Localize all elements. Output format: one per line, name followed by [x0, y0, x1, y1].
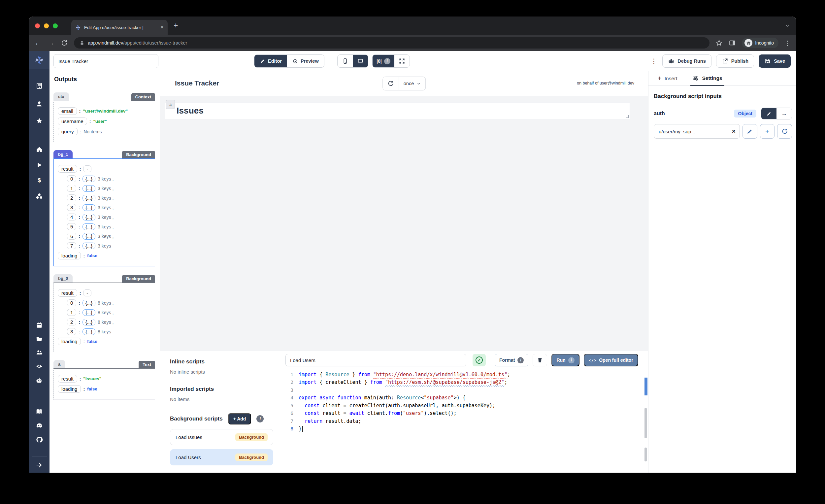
- json-key-pill[interactable]: loading: [58, 252, 81, 260]
- hide-schema-button[interactable]: |0| i: [373, 55, 394, 67]
- output-card-tab[interactable]: a: [54, 360, 65, 368]
- reload-button[interactable]: [61, 39, 68, 47]
- sidebar-item-folder-icon[interactable]: [35, 335, 43, 343]
- tab-search-chevron-icon[interactable]: [785, 23, 790, 28]
- publish-button[interactable]: Publish: [716, 55, 754, 68]
- scrollbar-thumb[interactable]: [645, 447, 647, 461]
- json-key-pill[interactable]: username: [58, 118, 87, 125]
- forward-button[interactable]: →: [48, 39, 55, 47]
- debug-runs-button[interactable]: Debug Runs: [662, 55, 711, 68]
- collapse-toggle[interactable]: -: [83, 165, 91, 172]
- json-object-pill[interactable]: {...}: [82, 204, 95, 211]
- json-object-pill[interactable]: {...}: [82, 195, 95, 201]
- code-line[interactable]: 2import { createClient } from "https://e…: [282, 378, 648, 386]
- code-area[interactable]: 1import { Resource } from "https://deno.…: [282, 369, 648, 473]
- side-panel-icon[interactable]: [729, 39, 736, 47]
- code-line[interactable]: 3: [282, 386, 648, 394]
- tab-close-icon[interactable]: ×: [160, 24, 164, 31]
- json-index-pill[interactable]: 1: [67, 185, 76, 192]
- sidebar-item-users-gear-icon[interactable]: [35, 349, 43, 356]
- background-script-item[interactable]: Load UsersBackground: [170, 449, 273, 465]
- json-object-pill[interactable]: {...}: [82, 329, 95, 335]
- run-mode-dropdown[interactable]: once: [399, 77, 425, 90]
- refresh-app-button[interactable]: [383, 77, 399, 90]
- text-component[interactable]: Issues: [165, 103, 630, 119]
- json-object-pill[interactable]: {...}: [82, 242, 95, 249]
- fullscreen-button[interactable]: [394, 55, 409, 67]
- json-object-pill[interactable]: {...}: [82, 300, 95, 306]
- json-object-pill[interactable]: {...}: [82, 319, 95, 326]
- json-object-pill[interactable]: {...}: [82, 309, 95, 316]
- tab-settings[interactable]: Settings: [690, 71, 724, 86]
- resize-handle[interactable]: [626, 115, 629, 118]
- app-canvas[interactable]: a Issues: [160, 96, 648, 351]
- tab-preview[interactable]: Preview: [287, 55, 324, 67]
- json-key-pill[interactable]: loading: [58, 385, 81, 393]
- code-line[interactable]: 6 const result = await client.from("user…: [282, 410, 648, 418]
- output-card-tab[interactable]: bg_0: [54, 274, 73, 283]
- delete-script-button[interactable]: [533, 354, 547, 366]
- run-button[interactable]: Run i: [551, 354, 579, 366]
- json-index-pill[interactable]: 0: [67, 175, 76, 182]
- zoom-window-button[interactable]: [53, 23, 58, 28]
- sidebar-item-play-icon[interactable]: [35, 161, 43, 169]
- app-name-input[interactable]: [54, 54, 158, 68]
- minimize-window-button[interactable]: [44, 23, 49, 28]
- collapse-toggle[interactable]: -: [83, 289, 91, 296]
- clear-icon[interactable]: ×: [732, 128, 736, 135]
- json-index-pill[interactable]: 0: [67, 299, 76, 306]
- sidebar-item-home-icon[interactable]: [35, 146, 43, 153]
- json-key-pill[interactable]: result: [58, 165, 77, 172]
- json-index-pill[interactable]: 7: [67, 242, 76, 249]
- refresh-resource-button[interactable]: [777, 124, 792, 139]
- json-index-pill[interactable]: 2: [67, 195, 76, 201]
- json-key-pill[interactable]: result: [58, 375, 77, 382]
- output-card-tab[interactable]: ctx: [54, 92, 69, 101]
- json-key-pill[interactable]: query: [58, 128, 78, 135]
- background-script-item[interactable]: Load IssuesBackground: [170, 429, 273, 445]
- sidebar-item-cubes-icon[interactable]: [35, 193, 43, 200]
- add-resource-button[interactable]: +: [760, 124, 775, 139]
- json-object-pill[interactable]: {...}: [82, 185, 95, 192]
- sidebar-item-dollar-icon[interactable]: $: [35, 176, 43, 184]
- json-object-pill[interactable]: {...}: [82, 223, 95, 230]
- close-window-button[interactable]: [35, 23, 40, 28]
- sidebar-item-apps-icon[interactable]: [35, 82, 43, 89]
- json-key-pill[interactable]: loading: [58, 338, 81, 345]
- json-index-pill[interactable]: 3: [67, 328, 76, 335]
- add-background-script-button[interactable]: + Add: [228, 413, 251, 424]
- code-line[interactable]: 1import { Resource } from "https://deno.…: [282, 371, 648, 378]
- new-tab-button[interactable]: +: [173, 22, 178, 29]
- app-menu-kebab-button[interactable]: ⋮: [651, 57, 657, 65]
- save-button[interactable]: Save: [759, 55, 791, 68]
- sidebar-item-eye-icon[interactable]: [35, 363, 43, 370]
- bookmark-star-icon[interactable]: [716, 39, 723, 47]
- sidebar-item-discord-icon[interactable]: [35, 422, 43, 429]
- windmill-logo[interactable]: [29, 51, 50, 69]
- code-line[interactable]: 7 return result.data;: [282, 417, 648, 425]
- desktop-view-button[interactable]: [353, 55, 368, 67]
- json-object-pill[interactable]: {...}: [82, 175, 95, 182]
- sidebar-item-calendar-icon[interactable]: [35, 321, 43, 329]
- output-card-tab[interactable]: bg_1: [54, 150, 73, 158]
- json-index-pill[interactable]: 1: [67, 309, 76, 316]
- open-full-editor-button[interactable]: </> Open full editor: [584, 354, 638, 366]
- edit-resource-button[interactable]: [743, 124, 757, 139]
- json-index-pill[interactable]: 3: [67, 204, 76, 211]
- sidebar-item-book-icon[interactable]: [35, 408, 43, 415]
- traffic-lights[interactable]: [35, 23, 58, 28]
- format-button[interactable]: Format i: [495, 354, 528, 366]
- connect-mode-button[interactable]: →: [776, 108, 792, 119]
- json-object-pill[interactable]: {...}: [82, 214, 95, 220]
- sidebar-item-github-icon[interactable]: [35, 436, 43, 443]
- json-object-pill[interactable]: {...}: [82, 233, 95, 240]
- address-input[interactable]: app.windmill.dev/apps/edit/u/user/issue-…: [74, 37, 709, 49]
- tab-editor[interactable]: Editor: [254, 55, 287, 67]
- json-key-pill[interactable]: result: [58, 289, 77, 297]
- json-index-pill[interactable]: 2: [67, 318, 76, 326]
- json-key-pill[interactable]: email: [58, 107, 77, 115]
- component-id-chip[interactable]: a: [166, 100, 175, 109]
- json-index-pill[interactable]: 5: [67, 223, 76, 230]
- scrollbar-thumb[interactable]: [645, 408, 647, 438]
- mobile-view-button[interactable]: [338, 55, 353, 67]
